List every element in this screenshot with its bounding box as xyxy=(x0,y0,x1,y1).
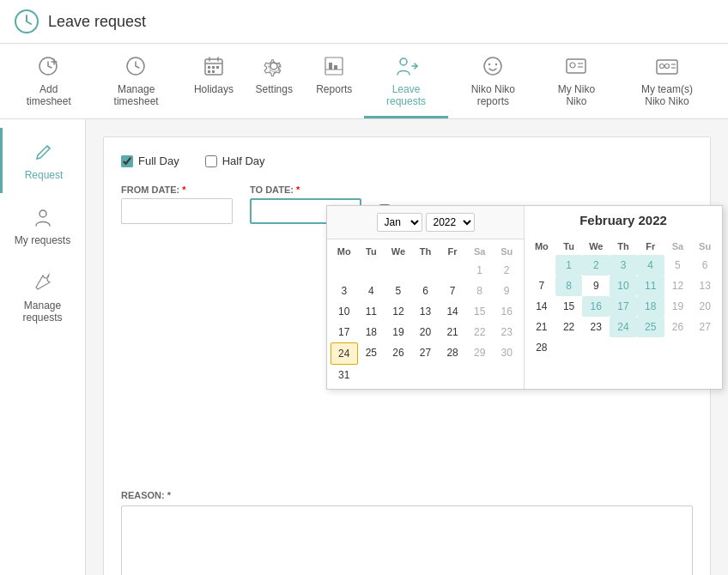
cal-day[interactable]: 28 xyxy=(439,342,466,365)
from-date-label: FROM DATE: * xyxy=(121,185,233,195)
nav-item-manage-timesheet[interactable]: Manage timesheet xyxy=(89,44,184,118)
cal-day[interactable]: 15 xyxy=(466,301,494,322)
cal-day[interactable]: 11 xyxy=(358,301,385,322)
smiley-icon xyxy=(479,52,507,80)
cal-day[interactable]: 31 xyxy=(331,365,358,385)
cal-day-empty xyxy=(358,365,385,385)
from-date-input[interactable] xyxy=(121,198,233,224)
half-day-label[interactable]: Half Day xyxy=(205,154,265,167)
cal-day[interactable]: 6 xyxy=(412,281,440,301)
cal-day[interactable]: 12 xyxy=(385,301,412,322)
cal-day-empty xyxy=(439,365,466,385)
cal-day[interactable]: 25 xyxy=(637,317,664,337)
cal-day[interactable]: 17 xyxy=(610,296,637,317)
cal-day[interactable]: 3 xyxy=(610,255,637,275)
cal-day-empty xyxy=(385,365,412,385)
cal-day[interactable]: 8 xyxy=(555,275,583,296)
svg-point-25 xyxy=(570,63,575,68)
cal-year-select-jan[interactable]: 202020212022 20232024 xyxy=(426,213,475,232)
full-day-label[interactable]: Full Day xyxy=(121,154,179,167)
cal-day[interactable]: 28 xyxy=(528,337,555,358)
cal-day[interactable]: 21 xyxy=(439,322,466,342)
nav-item-settings[interactable]: Settings xyxy=(244,44,304,118)
cal-day-empty xyxy=(385,260,412,281)
cal-day[interactable]: 1 xyxy=(555,255,583,275)
nav-item-leave-requests[interactable]: Leave requests xyxy=(364,44,448,118)
cal-day[interactable]: 18 xyxy=(358,322,385,342)
nav-item-holidays[interactable]: Holidays xyxy=(184,44,245,118)
reason-textarea[interactable] xyxy=(121,505,693,575)
cal-day[interactable]: 20 xyxy=(412,322,440,342)
cal-day[interactable]: 4 xyxy=(358,281,385,301)
sidebar-item-request[interactable]: Request xyxy=(0,128,85,193)
cal-day[interactable]: 19 xyxy=(664,296,692,317)
cal-day[interactable]: 27 xyxy=(412,342,440,365)
cal-day[interactable]: 16 xyxy=(493,301,520,322)
cal-day[interactable]: 17 xyxy=(331,322,358,342)
cal-day[interactable]: 22 xyxy=(466,322,494,342)
nav-label-my-teams-niko-niko: My team(s) Niko Niko xyxy=(630,83,704,107)
nav-item-my-teams-niko-niko[interactable]: My team(s) Niko Niko xyxy=(615,44,719,118)
cal-day[interactable]: 30 xyxy=(493,342,520,365)
cal-day[interactable]: 5 xyxy=(385,281,412,301)
sidebar-item-my-requests[interactable]: My requests xyxy=(0,193,85,258)
cal-month-select-jan[interactable]: JanFebMar AprMayJun JulAugSep OctNovDec xyxy=(377,213,422,232)
nav-label-leave-requests: Leave requests xyxy=(379,83,433,107)
cal-day[interactable]: 4 xyxy=(637,255,664,275)
cal-day-empty xyxy=(610,337,637,358)
cal-day[interactable]: 13 xyxy=(691,275,719,296)
cal-day[interactable]: 23 xyxy=(582,317,610,337)
cal-day[interactable]: 27 xyxy=(691,317,719,337)
cal-day[interactable]: 22 xyxy=(555,317,583,337)
cal-day[interactable]: 23 xyxy=(493,322,520,342)
cal-day-today[interactable]: 24 xyxy=(331,342,358,365)
cal-day[interactable]: 2 xyxy=(493,260,520,281)
cal-day[interactable]: 26 xyxy=(664,317,692,337)
app-title: Leave request xyxy=(48,13,146,31)
cal-day[interactable]: 1 xyxy=(466,260,494,281)
nav-item-niko-niko-reports[interactable]: Niko Niko reports xyxy=(448,44,538,118)
nav-item-reports[interactable]: Reports xyxy=(304,44,364,118)
cal-day[interactable]: 14 xyxy=(528,296,555,317)
person-arrow-icon xyxy=(392,52,420,80)
cal-jan-header: JanFebMar AprMayJun JulAugSep OctNovDec … xyxy=(327,206,524,239)
weekday-mo: Mo xyxy=(528,238,555,255)
full-day-checkbox[interactable] xyxy=(121,155,133,167)
cal-day[interactable]: 18 xyxy=(637,296,664,317)
cal-day[interactable]: 8 xyxy=(466,281,494,301)
cal-day[interactable]: 11 xyxy=(637,275,664,296)
nav-item-my-niko-niko[interactable]: My Niko Niko xyxy=(538,44,615,118)
cal-day[interactable]: 5 xyxy=(664,255,692,275)
half-day-checkbox[interactable] xyxy=(205,155,217,167)
cal-day[interactable]: 12 xyxy=(664,275,692,296)
cal-day[interactable]: 24 xyxy=(610,317,637,337)
cal-day[interactable]: 3 xyxy=(331,281,358,301)
cal-day[interactable]: 16 xyxy=(582,296,610,317)
sidebar-item-manage-requests[interactable]: Manage requests xyxy=(0,258,85,336)
cal-day[interactable]: 21 xyxy=(528,317,555,337)
cal-jan-grid: Mo Tu We Th Fr Sa Su xyxy=(327,239,524,389)
cal-day[interactable]: 9 xyxy=(493,281,520,301)
cal-day[interactable]: 29 xyxy=(466,342,494,365)
cal-day[interactable]: 7 xyxy=(439,281,466,301)
clock-list-icon xyxy=(123,52,150,80)
cal-day[interactable]: 19 xyxy=(385,322,412,342)
reason-required: * xyxy=(167,490,171,500)
nav-item-add-timesheet[interactable]: Add timesheet xyxy=(9,44,89,118)
cal-day[interactable]: 10 xyxy=(331,301,358,322)
cal-day[interactable]: 6 xyxy=(691,255,719,275)
from-date-field-group: FROM DATE: * xyxy=(121,185,233,224)
cal-day[interactable]: 25 xyxy=(358,342,385,365)
cal-day[interactable]: 15 xyxy=(555,296,583,317)
cal-day[interactable]: 26 xyxy=(385,342,412,365)
nav-label-niko-niko-reports: Niko Niko reports xyxy=(464,83,523,107)
cal-day[interactable]: 7 xyxy=(528,275,555,296)
cal-day[interactable]: 2 xyxy=(582,255,610,275)
svg-rect-12 xyxy=(208,70,210,73)
cal-day[interactable]: 13 xyxy=(412,301,440,322)
sidebar-label-manage-requests: Manage requests xyxy=(7,300,78,324)
cal-day[interactable]: 20 xyxy=(691,296,719,317)
cal-day[interactable]: 9 xyxy=(582,275,610,296)
cal-day[interactable]: 10 xyxy=(610,275,637,296)
cal-day[interactable]: 14 xyxy=(439,301,466,322)
